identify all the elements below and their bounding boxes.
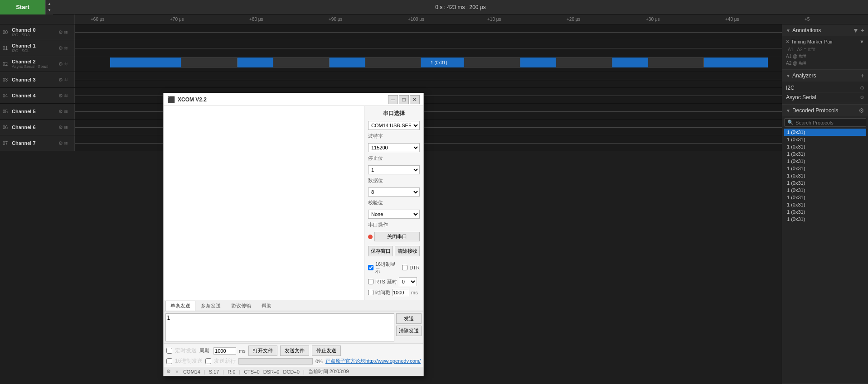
ch-sub-0: I2C · SDA <box>12 33 57 37</box>
ch-wave-icon-5[interactable]: ≋ <box>64 109 68 115</box>
timestamp-value-input[interactable] <box>392 289 409 296</box>
annotations-header[interactable]: ▼ Annotations ▼ + <box>782 24 868 36</box>
status-dcd: DCD=0 <box>283 369 299 374</box>
timestamp-checkbox[interactable] <box>368 290 373 295</box>
dialog-tabs: 单条发送 多条发送 协议传输 帮助 <box>164 300 423 311</box>
timed-send-checkbox[interactable] <box>166 348 172 354</box>
receive-textarea[interactable] <box>164 106 364 300</box>
send-button[interactable]: 发送 <box>396 313 422 324</box>
ch-wave-icon-0[interactable]: ≋ <box>64 29 68 35</box>
ruler-spacer <box>0 14 75 24</box>
hex-send-checkbox[interactable] <box>166 358 172 364</box>
protocol-item-2[interactable]: 1 (0x31) <box>784 143 866 150</box>
close-button[interactable]: ✕ <box>410 95 420 104</box>
protocol-item-1[interactable]: 1 (0x31) <box>784 136 866 143</box>
ch-wave-icon-4[interactable]: ≋ <box>64 93 68 99</box>
ch-settings-icon-2[interactable]: ⚙ <box>58 61 63 67</box>
send-textarea[interactable]: 1 <box>165 313 394 341</box>
scroll-down-arrow[interactable]: ▼ <box>46 7 53 14</box>
ch-settings-icon-6[interactable]: ⚙ <box>58 125 63 130</box>
protocol-item-3[interactable]: 1 (0x31) <box>784 150 866 158</box>
stop-select[interactable]: 1 <box>368 165 420 174</box>
protocol-item-8[interactable]: 1 (0x31) <box>784 187 866 194</box>
ch-settings-icon-5[interactable]: ⚙ <box>58 109 63 115</box>
data-select[interactable]: 8 <box>368 187 420 197</box>
analyzer-async-serial-gear[interactable]: ⚙ <box>860 95 864 101</box>
period-input[interactable] <box>213 347 236 355</box>
save-window-button[interactable]: 保存窗口 <box>368 246 393 256</box>
ch-waveform-3[interactable] <box>75 72 782 87</box>
ch-waveform-0[interactable] <box>75 24 782 40</box>
dialog-right-panel: 串口选择 COM14:USB-SERIAL 波特率 115200 停止位 1 <box>364 106 423 300</box>
clear-recv-button[interactable]: 清除接收 <box>395 246 420 256</box>
decoded-protocols-header[interactable]: ▼ Decoded Protocols ⚙ <box>782 105 868 116</box>
minimize-button[interactable]: ─ <box>388 95 398 104</box>
protocol-item-10[interactable]: 1 (0x31) <box>784 201 866 208</box>
protocol-item-11[interactable]: 1 (0x31) <box>784 208 866 216</box>
ch-wave-icon-2[interactable]: ≋ <box>64 61 68 67</box>
status-gear-icon[interactable]: ⚙ <box>166 369 171 374</box>
rts-checkbox[interactable] <box>368 279 373 284</box>
search-protocols-input[interactable] <box>795 120 863 125</box>
analyzers-add[interactable]: + <box>861 72 864 79</box>
dtr-checkbox[interactable] <box>402 265 407 270</box>
protocol-item-5[interactable]: 1 (0x31) <box>784 165 866 172</box>
ch-wave-icon-3[interactable]: ≋ <box>64 77 68 83</box>
tab-single-send[interactable]: 单条发送 <box>165 301 195 311</box>
tick-20: +20 μs <box>567 17 581 22</box>
time-ruler: +60 μs +70 μs +80 μs +90 μs +100 μs +10 … <box>0 14 868 24</box>
stop-send-button[interactable]: 停止发送 <box>312 346 341 356</box>
clear-send-button[interactable]: 清除发送 <box>396 326 422 336</box>
ch-name-4: Channel 4 <box>12 93 57 98</box>
timing-dropdown[interactable]: ▼ <box>859 39 864 44</box>
ch-waveform-2[interactable]: 1 (0x31) <box>75 56 782 72</box>
status-s-count: S:17 <box>209 369 219 374</box>
parity-select[interactable]: None <box>368 210 420 219</box>
a2-at-line: A2 @ ### <box>786 60 864 67</box>
ch-waveform-1[interactable] <box>75 40 782 56</box>
ch-wave-icon-6[interactable]: ≋ <box>64 125 68 130</box>
decoded-protocols-section: ▼ Decoded Protocols ⚙ 🔍 1 (0x31) 1 (0x31… <box>782 105 868 384</box>
waveform-baseline-3 <box>75 80 782 80</box>
ch-settings-icon-3[interactable]: ⚙ <box>58 77 63 83</box>
protocol-item-6[interactable]: 1 (0x31) <box>784 172 866 179</box>
protocol-item-12[interactable]: 1 (0x31) <box>784 216 866 223</box>
toolbar-scroll-arrows[interactable]: ▲ ▼ <box>45 0 53 14</box>
serial-port-select[interactable]: COM14:USB-SERIAL <box>368 121 420 130</box>
analyzer-i2c-gear[interactable]: ⚙ <box>860 85 864 91</box>
decoded-protocols-gear[interactable]: ⚙ <box>858 107 864 114</box>
ch-settings-icon-0[interactable]: ⚙ <box>58 29 63 35</box>
baud-select[interactable]: 115200 <box>368 143 420 152</box>
serial-op-row: 关闭串口 <box>368 232 420 241</box>
ch-settings-icon-1[interactable]: ⚙ <box>58 45 63 51</box>
protocol-item-7[interactable]: 1 (0x31) <box>784 179 866 187</box>
start-button[interactable]: Start <box>0 0 45 14</box>
hex-display-checkbox[interactable] <box>368 265 373 270</box>
tab-protocol[interactable]: 协议传输 <box>226 301 256 311</box>
open-file-button[interactable]: 打开文件 <box>248 346 277 356</box>
delay-select[interactable]: 0 <box>399 277 417 286</box>
protocol-item-4[interactable]: 1 (0x31) <box>784 158 866 165</box>
annotations-arrow: ▼ <box>786 28 790 33</box>
ch-settings-icon-7[interactable]: ⚙ <box>58 140 63 146</box>
protocol-item-0[interactable]: 1 (0x31) <box>784 129 866 136</box>
ch-wave-icon-7[interactable]: ≋ <box>64 140 68 146</box>
ch-wave-icon-1[interactable]: ≋ <box>64 45 68 51</box>
channel-label-0: 00 Channel 0 I2C · SDA ⚙ ≋ <box>0 24 75 40</box>
forum-link[interactable]: 正点原子官方论坛http://www.openedv.com/ <box>325 358 421 365</box>
annotations-add[interactable]: + <box>861 27 864 34</box>
close-serial-button[interactable]: 关闭串口 <box>374 232 420 241</box>
annotations-dropdown[interactable]: ▼ <box>853 27 859 34</box>
newline-send-checkbox[interactable] <box>205 358 211 364</box>
tab-help[interactable]: 帮助 <box>257 301 276 311</box>
protocol-item-9[interactable]: 1 (0x31) <box>784 194 866 201</box>
search-box[interactable]: 🔍 <box>784 118 866 127</box>
tab-multi-send[interactable]: 多条发送 <box>196 301 226 311</box>
send-file-button[interactable]: 发送文件 <box>280 346 309 356</box>
analyzers-header[interactable]: ▼ Analyzers + <box>782 70 868 82</box>
hex-display-label: 16进制显示 <box>375 261 400 274</box>
scroll-up-arrow[interactable]: ▲ <box>46 1 53 7</box>
maximize-button[interactable]: □ <box>399 95 409 104</box>
dialog-body: 串口选择 COM14:USB-SERIAL 波特率 115200 停止位 1 <box>164 106 423 300</box>
ch-settings-icon-4[interactable]: ⚙ <box>58 93 63 99</box>
